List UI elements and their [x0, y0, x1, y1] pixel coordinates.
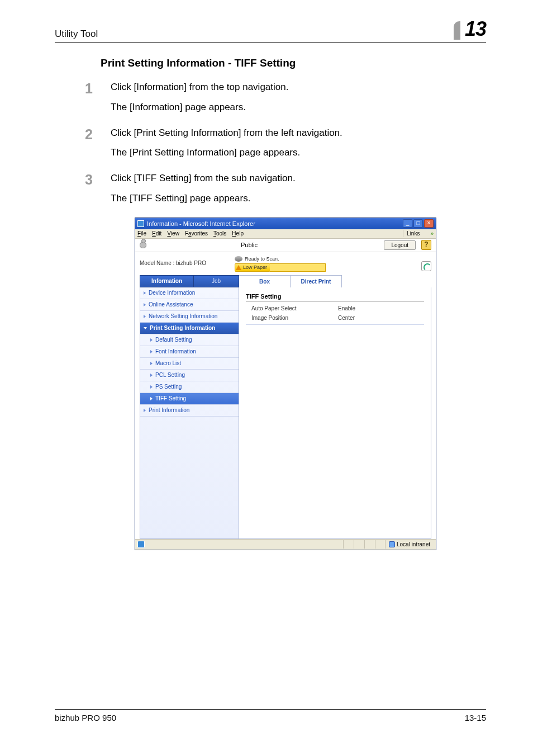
- sidebar-item-label: Macro List: [155, 360, 181, 366]
- sidebar-item-tiff-setting[interactable]: TIFF Setting: [140, 393, 239, 405]
- sidebar-item-font-information[interactable]: Font Information: [140, 346, 239, 358]
- sidebar-item-label: Device Information: [149, 290, 195, 296]
- step-text: The [Information] page appears.: [111, 101, 486, 114]
- menu-help[interactable]: Help: [232, 230, 244, 237]
- sidebar-item-pcl-setting[interactable]: PCL Setting: [140, 370, 239, 381]
- step-2: 2 Click [Print Setting Information] from…: [85, 126, 486, 167]
- user-icon: [140, 242, 146, 248]
- titlebar: Information - Microsoft Internet Explore…: [135, 218, 436, 229]
- status-ready: Ready to Scan.: [245, 256, 279, 262]
- tab-direct-print[interactable]: Direct Print: [291, 275, 342, 287]
- window-title: Information - Microsoft Internet Explore…: [147, 220, 403, 227]
- step-text: Click [TIFF Setting] from the sub naviga…: [111, 172, 486, 185]
- sidebar: Device Information Online Assistance Net…: [140, 287, 239, 539]
- warning-strip: [270, 263, 326, 272]
- user-label: Public: [241, 242, 258, 248]
- status-block: Ready to Scan. Low Paper: [235, 254, 326, 272]
- low-paper-label: Low Paper: [243, 264, 267, 270]
- setting-key: Image Position: [246, 315, 338, 321]
- page-header: Utility Tool 13: [55, 19, 486, 42]
- security-zone: Local intranet: [385, 540, 434, 549]
- links-chevron-icon[interactable]: »: [429, 230, 434, 237]
- logout-button[interactable]: Logout: [384, 240, 416, 250]
- chapter-number: 13: [465, 19, 486, 40]
- top-band: Public Logout: [135, 239, 436, 252]
- menu-file[interactable]: File: [137, 230, 146, 237]
- ie-page-icon: [137, 541, 145, 548]
- close-button[interactable]: ×: [424, 219, 434, 228]
- low-paper-badge: Low Paper: [235, 263, 270, 272]
- screenshot: Information - Microsoft Internet Explore…: [85, 218, 486, 550]
- step-body: Click [TIFF Setting] from the sub naviga…: [111, 172, 486, 212]
- sidebar-item-label: PS Setting: [155, 384, 182, 390]
- sidebar-item-device-information[interactable]: Device Information: [140, 287, 239, 299]
- sidebar-item-default-setting[interactable]: Default Setting: [140, 334, 239, 346]
- header-right: 13: [454, 19, 486, 40]
- step-text: The [TIFF Setting] page appears.: [111, 192, 486, 205]
- chapter-tab-graphic: [454, 21, 460, 40]
- browser-window: Information - Microsoft Internet Explore…: [135, 218, 436, 550]
- status-dot-icon: [235, 256, 242, 262]
- menu-favorites[interactable]: Favorites: [185, 230, 208, 237]
- sidebar-item-macro-list[interactable]: Macro List: [140, 358, 239, 370]
- sidebar-item-ps-setting[interactable]: PS Setting: [140, 381, 239, 393]
- warning-icon: [236, 265, 241, 270]
- step-3: 3 Click [TIFF Setting] from the sub navi…: [85, 172, 486, 212]
- menu-bar: File Edit View Favorites Tools Help Link…: [135, 229, 436, 239]
- step-body: Click [Information] from the top navigat…: [111, 81, 486, 121]
- sidebar-item-label: Font Information: [155, 348, 196, 355]
- setting-row: Image Position Center: [246, 313, 424, 323]
- app-body: Device Information Online Assistance Net…: [140, 287, 431, 539]
- sidebar-item-network-setting[interactable]: Network Setting Information: [140, 311, 239, 323]
- sidebar-item-label: PCL Setting: [155, 372, 185, 378]
- sidebar-item-label: Online Assistance: [149, 301, 193, 308]
- setting-value: Center: [338, 315, 355, 321]
- status-row: Model Name : bizhub PRO Ready to Scan. L…: [135, 252, 436, 272]
- sidebar-item-label: Network Setting Information: [149, 313, 217, 319]
- refresh-icon[interactable]: [421, 261, 431, 271]
- content-pane: TIFF Setting Auto Paper Select Enable Im…: [239, 287, 431, 539]
- step-number: 2: [85, 126, 97, 143]
- step-text: Click [Print Setting Information] from t…: [111, 126, 486, 140]
- sidebar-item-label: TIFF Setting: [155, 395, 186, 401]
- sidebar-item-print-setting[interactable]: Print Setting Information: [140, 323, 239, 334]
- sidebar-item-print-information[interactable]: Print Information: [140, 405, 239, 417]
- model-name: Model Name : bizhub PRO: [140, 254, 235, 272]
- steps: 1 Click [Information] from the top navig…: [85, 81, 486, 212]
- tab-information[interactable]: Information: [140, 275, 193, 287]
- sidebar-item-label: Default Setting: [155, 337, 192, 343]
- step-text: The [Print Setting Information] page app…: [111, 146, 486, 159]
- sidebar-item-online-assistance[interactable]: Online Assistance: [140, 299, 239, 311]
- status-bar: Local intranet: [135, 539, 436, 550]
- window-buttons: _ □ ×: [403, 219, 434, 228]
- step-1: 1 Click [Information] from the top navig…: [85, 81, 486, 121]
- zone-label: Local intranet: [397, 541, 430, 547]
- step-number: 3: [85, 172, 97, 188]
- setting-row: Auto Paper Select Enable: [246, 304, 424, 313]
- menu-links[interactable]: Links: [403, 230, 423, 237]
- menu-tools[interactable]: Tools: [213, 230, 226, 237]
- setting-key: Auto Paper Select: [246, 305, 338, 311]
- ie-icon: [137, 220, 144, 227]
- footer-left: bizhub PRO 950: [55, 713, 116, 722]
- section-title: Print Setting Information - TIFF Setting: [101, 57, 486, 69]
- minimize-button[interactable]: _: [403, 219, 412, 228]
- menu-view[interactable]: View: [167, 230, 179, 237]
- page-footer: bizhub PRO 950 13-15: [55, 709, 486, 722]
- header-left: Utility Tool: [55, 29, 98, 40]
- setting-value: Enable: [338, 305, 355, 311]
- pane-heading: TIFF Setting: [246, 293, 424, 301]
- step-body: Click [Print Setting Information] from t…: [111, 126, 486, 167]
- step-text: Click [Information] from the top navigat…: [111, 81, 486, 94]
- pane-divider: [246, 324, 424, 325]
- sidebar-item-label: Print Setting Information: [150, 325, 215, 331]
- tab-box[interactable]: Box: [239, 275, 291, 287]
- menu-edit[interactable]: Edit: [152, 230, 161, 237]
- intranet-icon: [389, 541, 395, 547]
- step-number: 1: [85, 81, 97, 97]
- maximize-button[interactable]: □: [413, 219, 423, 228]
- tab-job[interactable]: Job: [193, 275, 239, 287]
- main-tabs: Information Job Box Direct Print: [140, 275, 431, 287]
- footer-right: 13-15: [465, 713, 486, 722]
- help-icon[interactable]: [421, 240, 431, 250]
